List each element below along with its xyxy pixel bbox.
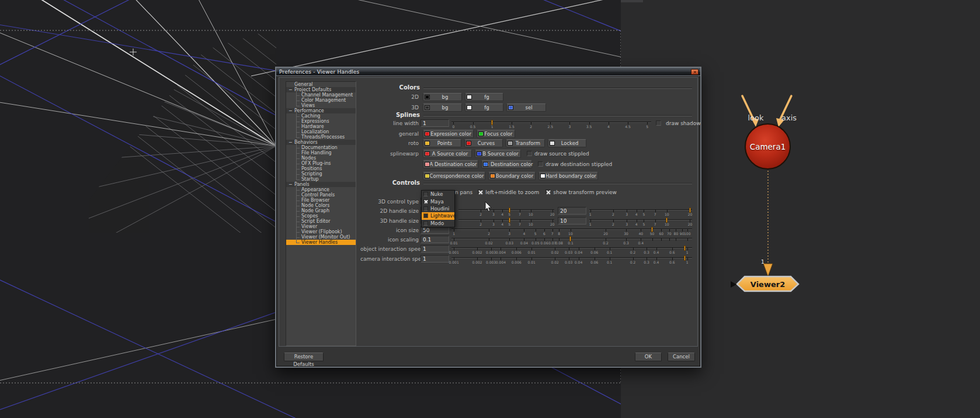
crosshair-marker [130, 49, 137, 56]
pick-2d-slider[interactable]: 1234571020 [589, 206, 692, 215]
pick-3d-slider[interactable]: 1234571020 [589, 216, 692, 225]
menu-item[interactable]: Nuke [422, 191, 454, 198]
axis-input-label: axis [779, 113, 799, 122]
color-button[interactable]: bg [423, 103, 462, 112]
color-button[interactable]: bg [423, 93, 462, 101]
color-button[interactable]: Expression color [423, 130, 474, 138]
tree-item[interactable]: General [286, 82, 356, 87]
icon-scaling-input[interactable] [421, 236, 449, 243]
splines-section-header: Splines [360, 111, 692, 119]
icon-size-row: icon size 12345678102030405060708090100 [360, 226, 692, 234]
camera1-node[interactable]: Camera1 [745, 123, 791, 170]
tree-item-label: Views [301, 103, 315, 108]
tree-item[interactable]: Views [286, 103, 356, 108]
camera-speed-input[interactable] [421, 255, 449, 262]
color-button[interactable]: Focus color [477, 130, 515, 138]
tree-item-label: Node Colors [301, 203, 329, 208]
color-button[interactable]: fg [465, 103, 503, 112]
color-swatch [425, 151, 430, 156]
color-button[interactable]: B Source color [475, 150, 521, 158]
tree-item[interactable]: Threads/Processes [286, 134, 356, 140]
tree-item[interactable]: Viewer Handles [286, 240, 356, 245]
slider-handle[interactable] [689, 208, 691, 213]
slider-handle[interactable] [509, 208, 510, 213]
menu-item-checkbox [423, 192, 428, 196]
menu-item[interactable]: Houdini [422, 205, 454, 212]
general-colors-row: general Expression colorFocus color [360, 129, 692, 138]
line-width-input[interactable] [421, 119, 449, 127]
color-button[interactable]: sel [506, 103, 546, 112]
viewer-input-arrowhead [763, 264, 773, 277]
dialog-titlebar[interactable]: Preferences - Viewer Handles [276, 68, 700, 76]
row-label: 3D [360, 105, 419, 110]
tree-item-label: Startup [301, 177, 319, 182]
tree-item-label: Control Panels [301, 192, 335, 198]
color-button-label: bg [437, 105, 449, 110]
slider-track [451, 238, 692, 239]
slider-handle[interactable] [509, 217, 510, 223]
draw-source-stippled-checkbox[interactable] [527, 151, 532, 156]
tree-item-label: Viewer Handles [301, 240, 338, 245]
show-transform-preview-checkbox[interactable] [545, 189, 551, 195]
tree-item-label: General [294, 82, 313, 87]
draw-shadow-checkbox[interactable] [656, 120, 661, 126]
object-speed-slider[interactable]: 0.0010.0020.0030.0040.0060.010.020.030.0… [451, 244, 692, 253]
menu-item[interactable]: Lightwave [422, 212, 454, 219]
tree-item-label: Caching [301, 113, 320, 119]
object-speed-input[interactable] [421, 245, 449, 253]
icon-scaling-slider[interactable]: 0.010.020.030.040.050.060.070.080.10.20.… [451, 235, 692, 244]
color-swatch [540, 174, 545, 178]
tree-item-label: Localization [301, 129, 329, 134]
color-button[interactable]: fg [465, 93, 503, 101]
draw-destination-stippled-checkbox[interactable] [538, 161, 543, 167]
pick-3d-input[interactable] [558, 217, 586, 224]
color-button[interactable]: B Destination color [481, 160, 532, 168]
tree-item-label: Viewer (Flipbook) [301, 229, 342, 234]
handle-2d-slider[interactable]: 234571020 [458, 206, 554, 215]
slider-handle[interactable] [666, 217, 668, 223]
menu-item[interactable]: Maya [422, 198, 454, 205]
icon-size-slider[interactable]: 12345678102030405060708090100 [451, 226, 692, 234]
handle-3d-slider[interactable]: 234571020 [458, 216, 554, 225]
tree-item-label: Viewer (Monitor Out) [301, 234, 350, 240]
camera-speed-slider[interactable]: 0.0010.0020.0030.0040.0060.010.020.030.0… [451, 254, 692, 263]
slider-track [458, 219, 554, 220]
controls-checkbox-row: n pans left+middle to zoom show transfor… [360, 188, 692, 196]
colors-section-header: Colors [360, 84, 692, 91]
color-button[interactable]: Transform [506, 139, 545, 147]
slider-handle[interactable] [569, 236, 571, 241]
color-button[interactable]: Locked [548, 139, 586, 147]
left-middle-zoom-label: left+middle to zoom [485, 189, 539, 195]
menu-item[interactable]: Modo [422, 220, 454, 227]
tree-item-label: Scripting [301, 171, 322, 177]
color-button-label: Transform [510, 140, 540, 146]
close-button[interactable] [691, 69, 698, 75]
cancel-button[interactable]: Cancel [668, 353, 695, 361]
color-button[interactable]: A Source color [423, 150, 472, 158]
slider-track [458, 209, 554, 210]
mouse-cursor [485, 202, 493, 216]
draw-destination-stippled-label: draw destination stippled [545, 161, 612, 167]
color-button[interactable]: Points [423, 139, 461, 147]
viewer2-node[interactable]: Viewer2 [744, 280, 791, 289]
tree-item[interactable]: Startup [286, 177, 356, 182]
ok-button[interactable]: OK [635, 353, 662, 361]
color-button[interactable]: Curves [464, 139, 503, 147]
color-swatch [425, 95, 430, 99]
row-label: line width [360, 120, 419, 126]
slider-handle[interactable] [684, 255, 686, 261]
color-swatch [467, 105, 472, 110]
slider-handle[interactable] [651, 227, 653, 232]
restore-defaults-button[interactable]: Restore Defaults [284, 353, 324, 361]
line-width-slider[interactable]: 00.511.522.533.544.55 [451, 119, 651, 127]
pick-2d-input[interactable] [558, 207, 586, 215]
color-button[interactable]: A Destination color [423, 160, 478, 168]
slider-handle[interactable] [684, 246, 686, 251]
left-middle-zoom-checkbox[interactable] [478, 189, 483, 195]
slider-handle[interactable] [491, 120, 493, 125]
row-label: 2D [360, 94, 419, 100]
color-swatch [477, 151, 482, 156]
tree-item-label: OFX Plug-ins [301, 161, 331, 166]
viewer2-node-label: Viewer2 [750, 280, 785, 289]
roto-colors-row: roto PointsCurvesTransformLocked [360, 139, 692, 147]
